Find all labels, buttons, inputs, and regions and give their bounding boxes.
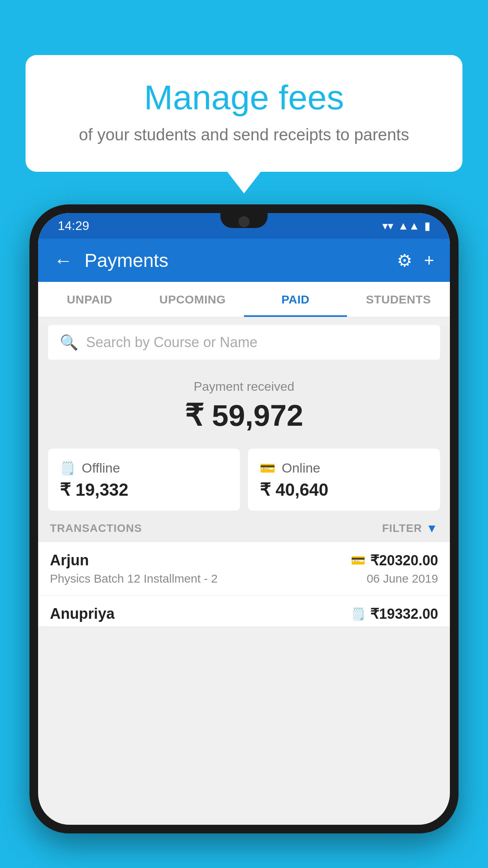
tab-unpaid[interactable]: UNPAID — [38, 282, 141, 317]
page-title: Payments — [84, 250, 397, 271]
payment-amount: ₹ 59,972 — [38, 398, 450, 433]
offline-card-header: 🗒️ Offline — [60, 460, 228, 476]
offline-card: 🗒️ Offline ₹ 19,332 — [48, 449, 240, 511]
filter-button[interactable]: FILTER ▼ — [382, 522, 438, 535]
top-bar-icons: ⚙ + — [397, 250, 434, 270]
transaction-course: Physics Batch 12 Installment - 2 — [50, 572, 218, 585]
settings-icon[interactable]: ⚙ — [397, 250, 412, 270]
transactions-label: TRANSACTIONS — [50, 522, 142, 535]
online-card: 💳 Online ₹ 40,640 — [248, 449, 440, 511]
transaction-amount: ₹19332.00 — [370, 606, 438, 622]
phone-screen: 14:29 ▾▾ ▲▲ ▮ ← Payments ⚙ + UNPAID — [38, 213, 450, 825]
payment-cards-row: 🗒️ Offline ₹ 19,332 💳 Online ₹ 40,640 — [48, 449, 440, 511]
online-icon: 💳 — [260, 461, 275, 476]
speech-bubble-subtitle: of your students and send receipts to pa… — [57, 125, 431, 144]
online-card-header: 💳 Online — [260, 460, 428, 476]
transaction-top: Anupriya 🗒️ ₹19332.00 — [50, 605, 438, 622]
payment-method-icon: 💳 — [351, 554, 365, 567]
speech-bubble-title: Manage fees — [57, 79, 431, 117]
phone-device: 14:29 ▾▾ ▲▲ ▮ ← Payments ⚙ + UNPAID — [29, 204, 459, 868]
tab-upcoming[interactable]: UPCOMING — [141, 282, 244, 317]
transactions-header: TRANSACTIONS FILTER ▼ — [38, 511, 450, 542]
signal-icon: ▲▲ — [398, 220, 420, 232]
table-row[interactable]: Anupriya 🗒️ ₹19332.00 — [38, 596, 450, 626]
filter-icon: ▼ — [426, 522, 438, 535]
battery-icon: ▮ — [424, 219, 430, 232]
payment-received-section: Payment received ₹ 59,972 — [38, 368, 450, 441]
transaction-amount: ₹20320.00 — [370, 552, 438, 569]
offline-amount: ₹ 19,332 — [60, 480, 228, 500]
online-amount: ₹ 40,640 — [260, 480, 428, 500]
search-icon: 🔍 — [60, 334, 78, 351]
content-area: 🔍 Search by Course or Name Payment recei… — [38, 325, 450, 626]
table-row[interactable]: Arjun 💳 ₹20320.00 Physics Batch 12 Insta… — [38, 542, 450, 596]
offline-icon: 🗒️ — [60, 461, 75, 476]
search-input[interactable]: Search by Course or Name — [86, 334, 428, 351]
transaction-name: Arjun — [50, 552, 89, 569]
payment-received-label: Payment received — [38, 379, 450, 394]
tabs: UNPAID UPCOMING PAID STUDENTS — [38, 282, 450, 317]
online-label: Online — [282, 460, 320, 476]
transaction-date: 06 June 2019 — [367, 572, 438, 585]
search-bar[interactable]: 🔍 Search by Course or Name — [48, 325, 440, 360]
phone-camera — [238, 216, 250, 227]
transaction-name: Anupriya — [50, 605, 115, 622]
tab-paid[interactable]: PAID — [244, 282, 347, 317]
status-time: 14:29 — [58, 219, 89, 233]
offline-label: Offline — [82, 460, 120, 476]
wifi-icon: ▾▾ — [382, 219, 393, 232]
transaction-top: Arjun 💳 ₹20320.00 — [50, 552, 438, 569]
filter-label: FILTER — [382, 522, 422, 535]
phone-outer: 14:29 ▾▾ ▲▲ ▮ ← Payments ⚙ + UNPAID — [29, 204, 459, 833]
speech-bubble-wrapper: Manage fees of your students and send re… — [26, 55, 462, 172]
back-button[interactable]: ← — [54, 250, 73, 271]
status-icons: ▾▾ ▲▲ ▮ — [382, 219, 430, 232]
transaction-bottom: Physics Batch 12 Installment - 2 06 June… — [50, 572, 438, 585]
transaction-amount-wrapper: 🗒️ ₹19332.00 — [351, 606, 438, 622]
add-icon[interactable]: + — [424, 250, 434, 270]
tab-students[interactable]: STUDENTS — [347, 282, 450, 317]
transaction-amount-wrapper: 💳 ₹20320.00 — [351, 552, 438, 569]
payment-method-icon: 🗒️ — [351, 607, 365, 621]
speech-bubble: Manage fees of your students and send re… — [26, 55, 462, 172]
top-bar: ← Payments ⚙ + — [38, 239, 450, 282]
